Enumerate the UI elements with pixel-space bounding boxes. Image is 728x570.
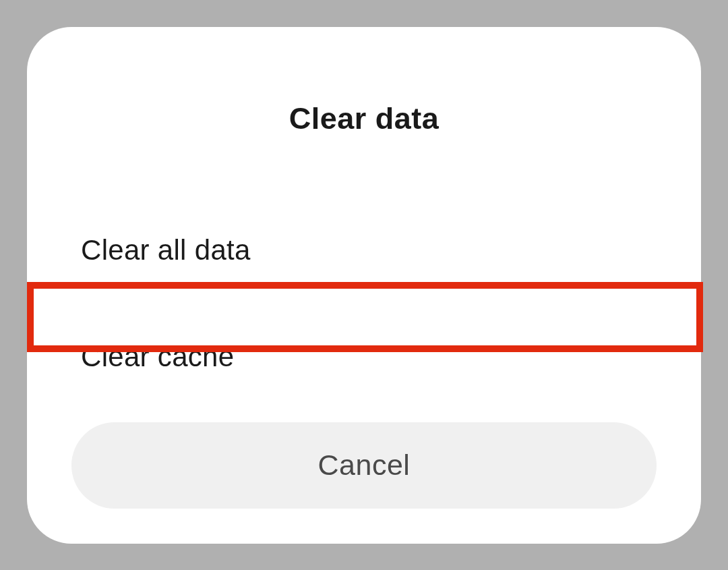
cancel-button-label: Cancel [318,449,411,481]
dialog-title: Clear data [27,101,701,136]
clear-all-data-option[interactable]: Clear all data [27,198,701,303]
options-list: Clear all data Clear cache [27,198,701,411]
clear-cache-option[interactable]: Clear cache [27,303,701,411]
dialog-footer: Cancel [27,422,701,509]
clear-data-dialog: Clear data Clear all data Clear cache Ca… [27,27,701,544]
clear-all-data-label: Clear all data [81,234,251,266]
cancel-button[interactable]: Cancel [71,422,657,509]
clear-cache-label: Clear cache [81,341,234,373]
